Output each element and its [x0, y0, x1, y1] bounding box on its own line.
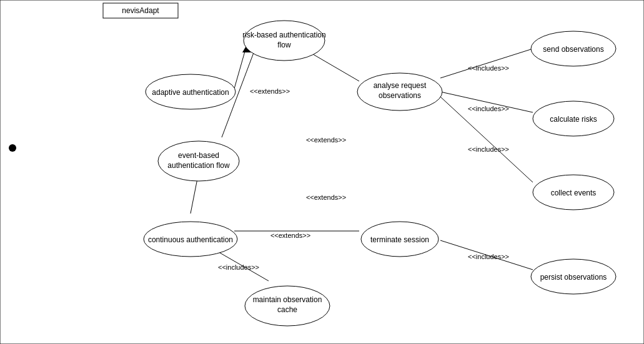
- risk-based-auth-flow-label: risk-based authentication: [242, 31, 325, 39]
- continuous-auth-label: continuous authentication: [148, 235, 233, 244]
- extends-label-4: <<extends>>: [270, 232, 310, 239]
- risk-based-auth-flow-label2: flow: [277, 41, 291, 49]
- diagram-canvas: nevisAdapt risk-based authentication flo…: [0, 0, 644, 344]
- analyse-request-obs-label2: observations: [379, 91, 421, 100]
- maintain-obs-cache-label1: maintain observation: [253, 295, 322, 304]
- event-based-auth-flow-label2: authentication flow: [167, 161, 230, 170]
- adaptive-auth-label: adaptive authentication: [152, 88, 229, 97]
- actor-node: [9, 144, 16, 152]
- extends-label-1: <<extends>>: [250, 87, 290, 95]
- includes-label-2: <<includes>>: [468, 105, 509, 112]
- nevisadapt-label: nevisAdapt: [122, 6, 159, 15]
- persist-observations-label: persist observations: [540, 273, 607, 282]
- event-based-auth-flow-label1: event-based: [178, 151, 219, 160]
- includes-label-4: <<includes>>: [218, 263, 259, 271]
- includes-label-1: <<includes>>: [468, 64, 509, 72]
- includes-label-3: <<includes>>: [468, 145, 509, 153]
- terminate-session-label: terminate session: [370, 235, 429, 244]
- maintain-obs-cache-label2: cache: [277, 305, 297, 314]
- analyse-request-obs-label1: analyse request: [374, 81, 427, 90]
- calculate-risks-label: calculate risks: [550, 115, 597, 124]
- extends-label-2: <<extends>>: [306, 136, 346, 144]
- includes-label-5: <<includes>>: [468, 253, 509, 260]
- extends-label-3: <<extends>>: [306, 194, 346, 201]
- send-observations-label: send observations: [543, 45, 603, 54]
- collect-events-label: collect events: [551, 189, 597, 197]
